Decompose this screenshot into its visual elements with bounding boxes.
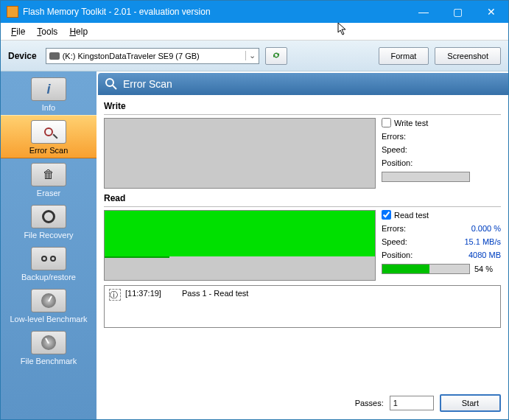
sidebar-item-eraser[interactable]: 🗑 Eraser [1,158,96,200]
menu-file[interactable]: File [5,24,31,39]
sidebar-item-file-recovery[interactable]: File Recovery [1,200,96,242]
read-title: Read [104,193,501,203]
sidebar: i Info Error Scan 🗑 Eraser File Recovery… [1,71,96,419]
sidebar-item-label: Backup/restore [21,273,76,281]
read-speed-value: 15.1 MB/s [464,237,501,246]
read-stats: Read test Errors:0.000 % Speed:15.1 MB/s… [382,210,501,281]
maximize-button[interactable]: ▢ [440,1,474,23]
read-test-checkbox[interactable]: Read test [382,210,501,220]
page-title: Error Scan [123,78,172,90]
read-graph [104,210,376,281]
trash-icon: 🗑 [31,163,66,186]
menu-tools[interactable]: Tools [31,24,63,39]
sidebar-item-backup[interactable]: Backup/restore [1,242,96,284]
write-position-label: Position: [382,158,413,167]
format-button[interactable]: Format [379,47,429,65]
gauge-icon [31,289,66,312]
write-stats: Write test Errors: Speed: Position: [382,118,501,189]
log-box: ⓘ [11:37:19] Pass 1 - Read test [104,285,501,328]
info-bubble-icon: ⓘ [109,289,121,301]
gauge-icon [31,331,66,354]
menu-help[interactable]: Help [63,24,94,39]
svg-line-1 [113,85,116,89]
screenshot-button[interactable]: Screenshot [435,47,501,65]
content: Error Scan Write Write test Errors: Spee… [96,71,508,419]
device-toolbar: Device (K:) KingstonDataTraveler SE9 (7 … [1,41,508,71]
log-time: [11:37:19] [125,289,161,298]
sidebar-item-error-scan[interactable]: Error Scan [1,115,96,158]
read-progress-bar [382,264,470,274]
refresh-icon [271,50,281,60]
minimize-button[interactable]: — [407,1,440,23]
sidebar-item-label: Low-level Benchmark [10,315,87,323]
sidebar-item-label: Info [42,103,55,112]
drive-icon [49,52,60,60]
start-button[interactable]: Start [440,394,501,412]
sidebar-item-info[interactable]: i Info [1,73,96,115]
svg-point-0 [106,79,113,86]
page-header: Error Scan [98,73,508,95]
menubar: File Tools Help [1,23,508,41]
write-graph [104,118,376,189]
refresh-button[interactable] [265,47,287,65]
tape-icon [31,247,66,270]
divider [104,206,501,207]
sidebar-item-filebench[interactable]: File Benchmark [1,326,96,368]
titlebar: Flash Memory Toolkit - 2.01 - evaluation… [1,1,508,23]
write-title: Write [104,101,501,111]
sidebar-item-label: Error Scan [29,146,69,155]
chevron-down-icon: ⌄ [245,51,259,60]
read-position-value: 4080 MB [468,251,501,259]
write-errors-label: Errors: [382,132,406,141]
divider [104,114,501,115]
magnify-icon [104,77,119,91]
device-label: Device [8,51,37,61]
passes-label: Passes: [355,399,384,407]
sidebar-item-label: File Benchmark [21,357,77,365]
sidebar-item-lowlevel[interactable]: Low-level Benchmark [1,284,96,326]
app-icon [7,6,18,18]
footer: Passes: Start [96,390,508,419]
read-position-label: Position: [382,251,413,259]
read-errors-label: Errors: [382,224,406,233]
info-icon: i [31,77,66,101]
window-title: Flash Memory Toolkit - 2.01 - evaluation… [23,7,407,17]
log-text: Pass 1 - Read test [182,289,249,298]
sidebar-item-label: Eraser [37,189,60,197]
passes-input[interactable] [390,396,434,410]
recovery-icon [31,205,66,228]
write-position-bar [382,172,470,182]
read-speed-label: Speed: [382,237,407,246]
device-select[interactable]: (K:) KingstonDataTraveler SE9 (7 GB) ⌄ [46,48,259,64]
magnify-icon [31,120,66,144]
read-errors-value: 0.000 % [471,224,501,233]
device-selected-text: (K:) KingstonDataTraveler SE9 (7 GB) [63,52,200,60]
sidebar-item-label: File Recovery [24,231,73,239]
close-button[interactable]: ✕ [474,1,508,23]
write-speed-label: Speed: [382,145,407,154]
read-progress-pct: 54 % [474,265,493,273]
write-test-checkbox[interactable]: Write test [382,118,501,127]
